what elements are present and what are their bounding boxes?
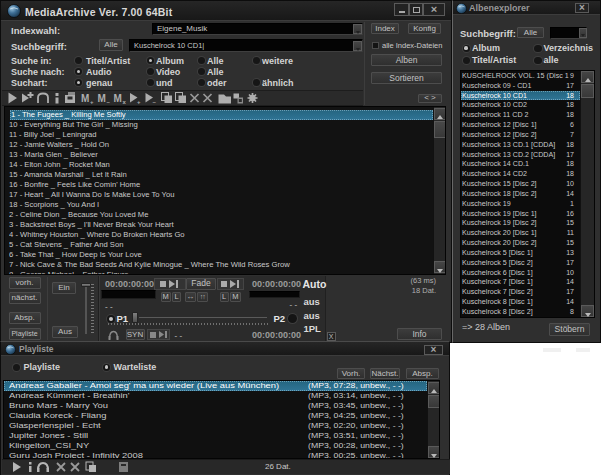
svg-text:M: M [81,93,89,104]
svg-text:M: M [114,93,122,104]
svg-text:M: M [98,93,106,104]
svg-text:+: + [90,99,94,105]
svg-text:+: + [137,99,141,105]
svg-text:–: – [107,99,111,105]
svg-text:–: – [153,99,157,105]
svg-text:x: x [123,99,127,105]
